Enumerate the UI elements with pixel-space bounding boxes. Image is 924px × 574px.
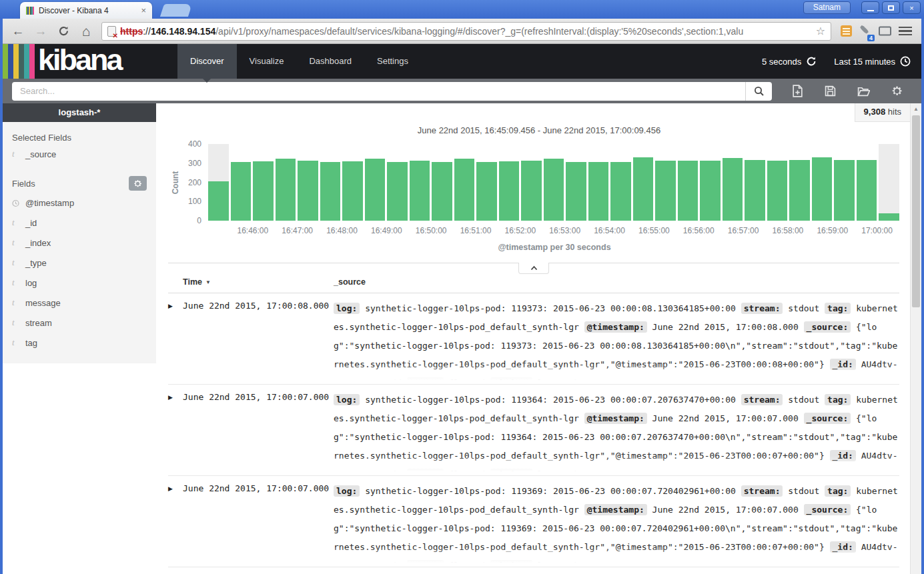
kibana-logo[interactable]: kibana xyxy=(3,44,156,79)
field-item-message[interactable]: tmessage xyxy=(3,293,156,313)
histogram-bar[interactable] xyxy=(566,144,586,221)
field-item-timestamp[interactable]: @timestamp xyxy=(3,193,156,213)
open-folder-icon xyxy=(857,86,870,97)
field-item-log[interactable]: tlog xyxy=(3,273,156,293)
histogram-bar[interactable] xyxy=(298,144,318,221)
page-scrollbar[interactable]: ▲ xyxy=(910,103,921,574)
tab-close-icon[interactable]: × xyxy=(141,5,146,15)
histogram-bar[interactable] xyxy=(276,144,296,221)
histogram-bar[interactable] xyxy=(410,144,430,221)
histogram-bar[interactable] xyxy=(476,144,497,221)
histogram-bar[interactable] xyxy=(789,144,810,221)
kibana-navbar: kibana DiscoverVisualizeDashboardSetting… xyxy=(3,44,921,79)
profile-button[interactable]: Satnam xyxy=(803,1,851,14)
x-tick-label: 16:55:00 xyxy=(638,226,670,235)
reload-button[interactable] xyxy=(53,21,73,41)
save-search-button[interactable] xyxy=(825,85,836,97)
time-column-header[interactable]: Time ▼ xyxy=(183,277,334,287)
table-row[interactable]: ▶June 22nd 2015, 17:00:07.000log: synthe… xyxy=(168,476,899,567)
field-item-_type[interactable]: t_type xyxy=(3,253,156,273)
index-pattern-selector[interactable]: logstash-* xyxy=(3,103,156,122)
histogram-bar[interactable] xyxy=(544,144,564,221)
histogram-bar[interactable] xyxy=(208,144,229,221)
tab-title: Discover - Kibana 4 xyxy=(39,6,136,15)
histogram-bar[interactable] xyxy=(678,144,699,221)
url-scheme-struck: https xyxy=(120,26,143,37)
histogram-bar[interactable] xyxy=(857,144,877,221)
field-item-tag[interactable]: ttag xyxy=(3,333,156,353)
table-row[interactable]: ▶June 22nd 2015, 17:00:08.000log: synthe… xyxy=(168,293,899,385)
histogram-bar[interactable] xyxy=(454,144,475,221)
forward-button[interactable]: → xyxy=(31,21,51,41)
field-badge-stream: stream: xyxy=(741,394,783,405)
histogram-bar[interactable] xyxy=(499,144,520,221)
histogram-bar[interactable] xyxy=(633,144,654,221)
collapse-chart-button[interactable] xyxy=(518,263,549,274)
orange-extension-icon[interactable] xyxy=(841,25,852,37)
home-button[interactable]: ⌂ xyxy=(76,21,96,41)
browser-window: Discover - Kibana 4 × Satnam × ← → ⌂ htt… xyxy=(0,0,924,574)
fields-heading: Fields xyxy=(12,179,35,189)
histogram-bar[interactable] xyxy=(745,144,765,221)
histogram-bar[interactable] xyxy=(231,144,252,221)
cast-icon[interactable] xyxy=(879,26,891,37)
histogram-bar[interactable] xyxy=(588,144,609,221)
url-bar[interactable]: https://146.148.94.154/api/v1/proxy/name… xyxy=(101,22,831,41)
main-panel: 9,308 hits June 22nd 2015, 16:45:09.456 … xyxy=(156,103,910,574)
histogram-bar[interactable] xyxy=(723,144,743,221)
expand-row-caret-icon[interactable]: ▶ xyxy=(168,482,183,567)
field-badge-stream: stream: xyxy=(741,485,783,497)
field-item-stream[interactable]: tstream xyxy=(3,313,156,333)
histogram-bar[interactable] xyxy=(610,144,631,221)
new-search-button[interactable] xyxy=(792,85,803,97)
field-item-_index[interactable]: t_index xyxy=(3,233,156,253)
menu-icon[interactable] xyxy=(899,27,912,36)
time-range-button[interactable]: Last 15 minutes xyxy=(834,56,911,67)
nav-tab-discover[interactable]: Discover xyxy=(177,44,237,79)
gear-icon xyxy=(891,85,903,97)
bookmark-star-icon[interactable]: ☆ xyxy=(816,25,825,37)
nav-tab-visualize[interactable]: Visualize xyxy=(237,44,297,79)
fields-list: @timestampt_idt_indext_typetlogtmessaget… xyxy=(3,193,156,353)
row-fade-overlay xyxy=(334,365,899,382)
minimize-button[interactable] xyxy=(861,1,879,14)
browser-tab[interactable]: Discover - Kibana 4 × xyxy=(20,2,152,19)
open-search-button[interactable] xyxy=(857,86,870,97)
search-button[interactable] xyxy=(745,82,772,101)
histogram-bar[interactable] xyxy=(834,144,855,221)
histogram-bar[interactable] xyxy=(342,144,363,221)
maximize-button[interactable] xyxy=(882,1,900,14)
field-settings-button[interactable] xyxy=(129,176,147,191)
back-button[interactable]: ← xyxy=(8,21,28,41)
table-row[interactable]: ▶June 22nd 2015, 17:00:07.000log: synthe… xyxy=(168,385,899,476)
histogram-bar[interactable] xyxy=(812,144,833,221)
histogram-bar[interactable] xyxy=(879,144,899,221)
scrollbar-thumb[interactable] xyxy=(912,115,920,307)
search-input[interactable] xyxy=(12,82,745,101)
refresh-interval-button[interactable]: 5 seconds xyxy=(762,56,817,67)
histogram-bar[interactable] xyxy=(253,144,274,221)
expand-row-caret-icon[interactable]: ▶ xyxy=(168,299,183,384)
histogram-bar[interactable] xyxy=(387,144,408,221)
insecure-cert-icon[interactable] xyxy=(107,26,116,37)
histogram-bar[interactable] xyxy=(700,144,721,221)
histogram-bar[interactable] xyxy=(432,144,452,221)
histogram-bar[interactable] xyxy=(365,144,386,221)
field-badge-_source: _source: xyxy=(804,321,851,333)
expand-row-caret-icon[interactable]: ▶ xyxy=(168,391,183,475)
new-tab-button[interactable] xyxy=(160,4,192,17)
histogram-bar[interactable] xyxy=(767,144,788,221)
histogram-bar[interactable] xyxy=(521,144,542,221)
field-item-_id[interactable]: t_id xyxy=(3,213,156,233)
y-tick-label: 200 xyxy=(188,178,201,187)
close-button[interactable]: × xyxy=(903,1,921,14)
clock-icon xyxy=(900,56,911,67)
nav-tab-dashboard[interactable]: Dashboard xyxy=(296,44,364,79)
settings-gear-button[interactable] xyxy=(891,85,903,97)
field-item-_source[interactable]: t_source xyxy=(3,144,156,164)
histogram-bar[interactable] xyxy=(655,144,676,221)
histogram-bar[interactable] xyxy=(320,144,341,221)
nav-tab-settings[interactable]: Settings xyxy=(364,44,421,79)
scroll-up-arrow-icon[interactable]: ▲ xyxy=(911,103,921,114)
voice-extension-icon[interactable]: 4 xyxy=(859,24,871,39)
